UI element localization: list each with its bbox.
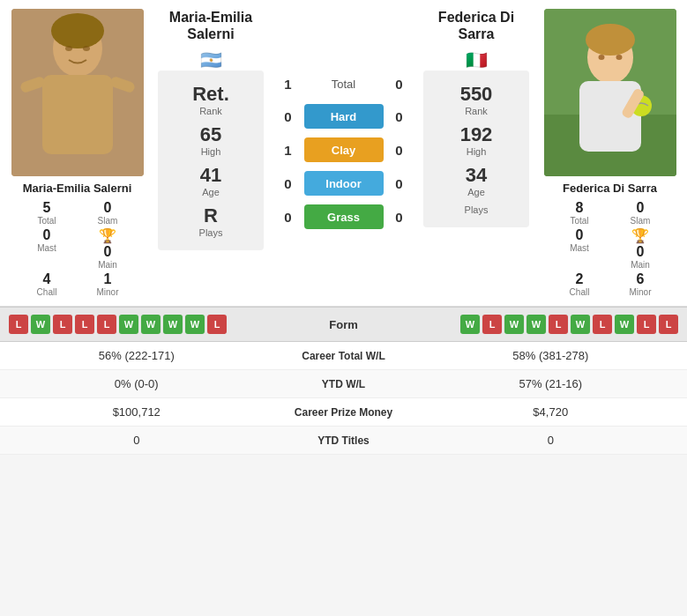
indoor-button[interactable]: Indoor — [304, 171, 384, 196]
right-high-label: High — [467, 146, 487, 157]
right-age-stat: 34 Age — [466, 164, 487, 197]
stats-center-label: Career Total W/L — [265, 350, 423, 362]
left-total-value: 5 — [43, 200, 51, 216]
svg-point-4 — [65, 46, 72, 51]
right-chall-label: Chall — [570, 287, 590, 297]
stats-center-label: YTD Titles — [265, 434, 423, 447]
right-mast-value: 0 — [576, 227, 584, 243]
player-right-name: Federica Di Sarra — [563, 182, 657, 195]
form-left: LWLLLWWWWL — [9, 315, 291, 334]
left-mast-label: Mast — [37, 243, 56, 253]
right-rank-value: 550 — [460, 83, 493, 106]
left-form-badge: L — [75, 315, 94, 334]
right-form-badge: W — [504, 315, 524, 334]
stats-right-value: 57% (21-16) — [423, 377, 679, 390]
right-chall-value: 2 — [576, 271, 584, 287]
left-chall-cell: 4 Chall — [20, 271, 74, 297]
left-minor-label: Minor — [96, 287, 118, 297]
svg-rect-2 — [42, 75, 113, 154]
total-label: Total — [304, 78, 384, 91]
left-form-badge: L — [9, 315, 28, 334]
svg-point-13 — [598, 55, 604, 60]
right-rank-stat: 550 Rank — [460, 83, 493, 116]
player-left-header-name: Maria-Emilia Salerni — [158, 9, 264, 42]
right-form-badge: L — [659, 315, 678, 334]
right-player-header-panel: Federica Di Sarra 🇮🇹 550 Rank 192 High 3… — [423, 9, 529, 297]
left-total-label: Total — [37, 216, 56, 226]
form-center-label: Form — [291, 318, 397, 331]
left-form-badge: W — [141, 315, 161, 334]
left-age-value: 41 — [200, 164, 221, 187]
left-slam-value: 0 — [104, 200, 112, 216]
svg-point-14 — [616, 55, 622, 60]
right-age-label: Age — [467, 187, 485, 197]
left-high-value: 65 — [200, 123, 221, 146]
left-form-badge: L — [207, 315, 227, 334]
right-high-stat: 192 High — [460, 123, 493, 157]
player-right-photo — [544, 9, 676, 176]
player-left-stats: 5 Total 0 Slam 0 Mast 🏆 0 Main 4 — [20, 200, 135, 297]
left-indoor-score: 0 — [280, 176, 297, 191]
left-main-label: Main — [98, 260, 117, 270]
hard-button[interactable]: Hard — [304, 104, 384, 129]
player-left-area: Maria-Emilia Salerni 5 Total 0 Slam 0 Ma… — [0, 9, 154, 297]
left-form-badge: W — [119, 315, 138, 334]
main-container: Maria-Emilia Salerni 5 Total 0 Slam 0 Ma… — [0, 0, 687, 455]
left-hard-score: 0 — [280, 109, 297, 124]
left-age-stat: 41 Age — [200, 164, 221, 197]
left-total-cell: 5 Total — [20, 200, 74, 226]
stats-left-value: 0 — [9, 434, 265, 447]
stats-center-label: Career Prize Money — [265, 406, 423, 419]
right-indoor-score: 0 — [391, 176, 408, 191]
left-age-label: Age — [202, 187, 220, 197]
right-grass-score: 0 — [391, 210, 408, 225]
right-total-cell: 8 Total — [553, 200, 607, 226]
left-plays-stat: R Plays — [199, 204, 223, 238]
grass-button[interactable]: Grass — [304, 204, 384, 229]
player-left-photo — [11, 9, 144, 176]
indoor-row: 0 Indoor 0 — [267, 171, 420, 196]
stats-row: 56% (222-171)Career Total W/L58% (381-27… — [0, 342, 687, 370]
left-rank-stat: Ret. Rank — [192, 83, 229, 116]
left-form-badge: L — [53, 315, 72, 334]
player-right-header-name: Federica Di Sarra — [423, 9, 529, 42]
right-total-score: 0 — [391, 77, 408, 92]
right-slam-label: Slam — [631, 216, 651, 226]
left-form-badge: W — [185, 315, 205, 334]
right-minor-cell: 6 Minor — [614, 271, 668, 297]
right-form-badge: W — [526, 315, 546, 334]
left-form-badge: W — [31, 315, 50, 334]
clay-button[interactable]: Clay — [304, 137, 384, 162]
right-plays-stat: Plays — [465, 204, 489, 215]
courts-area: 1 Total 0 0 Hard 0 1 Clay 0 0 Indoor 0 — [267, 9, 420, 297]
stats-table: 56% (222-171)Career Total W/L58% (381-27… — [0, 342, 687, 455]
total-row: 1 Total 0 — [267, 77, 420, 92]
left-mast-value: 0 — [43, 227, 51, 243]
right-total-label: Total — [570, 216, 588, 226]
left-plays-label: Plays — [199, 227, 223, 238]
left-trophy-icon: 🏆 — [99, 227, 116, 244]
left-main-value: 0 — [104, 244, 112, 260]
right-form-badge: L — [482, 315, 502, 334]
right-form-badge: W — [571, 315, 590, 334]
form-right: WLWWLWLWLL — [397, 315, 679, 334]
left-grass-score: 0 — [280, 210, 297, 225]
left-trophy-cell: 🏆 0 Main — [81, 227, 135, 270]
right-form-badge: W — [615, 315, 634, 334]
right-slam-value: 0 — [637, 200, 645, 216]
left-minor-cell: 1 Minor — [81, 271, 135, 297]
stats-left-value: 0% (0-0) — [9, 377, 265, 390]
clay-row: 1 Clay 0 — [267, 137, 420, 162]
svg-point-5 — [83, 46, 90, 51]
left-form-badge: L — [97, 315, 116, 334]
left-chall-label: Chall — [37, 287, 57, 297]
right-trophy-icon: 🏆 — [631, 227, 649, 244]
right-total-value: 8 — [576, 200, 584, 216]
right-form-badge: L — [637, 315, 656, 334]
right-main-label: Main — [631, 260, 650, 270]
top-section: Maria-Emilia Salerni 5 Total 0 Slam 0 Ma… — [0, 0, 687, 307]
right-high-value: 192 — [460, 123, 493, 146]
right-form-badge: L — [593, 315, 612, 334]
svg-rect-11 — [579, 81, 641, 152]
stats-right-value: 0 — [423, 434, 679, 447]
